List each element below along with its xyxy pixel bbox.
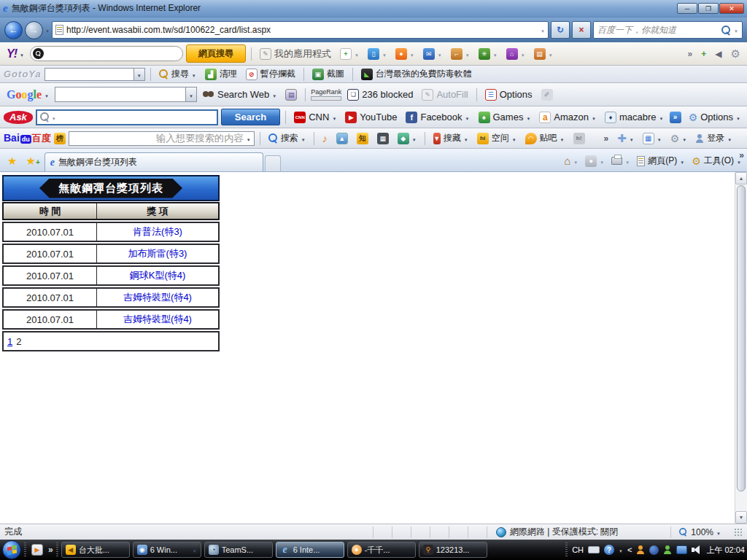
- ask-search-input[interactable]: [58, 112, 214, 122]
- search-icon[interactable]: [721, 26, 731, 35]
- yahoo-logo-button[interactable]: Y!: [4, 46, 27, 62]
- dropdown-icon[interactable]: [727, 133, 732, 144]
- maximize-button[interactable]: ❐: [698, 3, 719, 14]
- dropdown-icon[interactable]: [512, 133, 516, 144]
- google-logo-dropdown-icon[interactable]: [44, 90, 49, 100]
- dropdown-icon[interactable]: [526, 112, 530, 122]
- google-news-button[interactable]: ▤: [282, 88, 300, 102]
- yahoo-logo-dropdown-icon[interactable]: [20, 49, 24, 59]
- taskbar-button-5[interactable]: ● -千千...: [347, 542, 416, 558]
- baidu-video-button[interactable]: ▦: [374, 131, 392, 146]
- gotoya-antivirus-link[interactable]: ◣ 台灣最強的免費防毒軟體: [358, 66, 475, 82]
- dropdown-icon[interactable]: [625, 156, 630, 166]
- cnn-button[interactable]: CNN CNN: [291, 110, 339, 125]
- keyboard-icon[interactable]: [588, 546, 600, 553]
- dropdown-icon[interactable]: [573, 156, 578, 166]
- dropdown-icon[interactable]: [355, 49, 359, 59]
- history-dropdown-icon[interactable]: [45, 25, 50, 35]
- search-scope-dropdown-icon[interactable]: [52, 112, 56, 122]
- status-orb-icon[interactable]: [649, 545, 659, 555]
- baidu-favorites-button[interactable]: ▼ 搜藏: [430, 131, 471, 146]
- baidu-tieba-button[interactable]: ◠ 贴吧: [522, 131, 568, 146]
- ask-search-button[interactable]: Search: [221, 109, 280, 125]
- google-popup-blocker-button[interactable]: ❏ 236 blocked: [344, 88, 416, 102]
- gotoya-clean-button[interactable]: ▟ 清理: [202, 66, 240, 82]
- amazon-button[interactable]: a Amazon: [536, 110, 599, 125]
- dropdown-icon[interactable]: [736, 112, 740, 122]
- google-logo-button[interactable]: Google: [4, 87, 52, 103]
- baidu-login-button[interactable]: 登录: [692, 131, 735, 146]
- dropdown-icon[interactable]: [560, 133, 565, 144]
- scroll-down-icon[interactable]: ▼: [735, 511, 747, 524]
- clock[interactable]: 上午 02:04: [706, 545, 745, 556]
- dropdown-icon[interactable]: [465, 112, 470, 122]
- google-options-button[interactable]: ☰ Options: [482, 88, 535, 102]
- yahoo-bookmark-add-button[interactable]: +: [337, 47, 362, 61]
- baidu-search-button[interactable]: 搜索: [266, 131, 309, 146]
- tray-grip[interactable]: [565, 542, 568, 557]
- tools-menu-button[interactable]: ⚙工具(O): [689, 153, 744, 168]
- scrollbar-thumb[interactable]: [737, 185, 746, 491]
- yahoo-overflow-button[interactable]: [685, 47, 696, 61]
- dropdown-icon[interactable]: [412, 133, 417, 144]
- baidu-logo[interactable]: Bai du 百度: [4, 132, 51, 145]
- search-dropdown-icon[interactable]: [734, 25, 738, 35]
- dropdown-icon[interactable]: [192, 69, 196, 79]
- address-dropdown-icon[interactable]: [541, 25, 545, 35]
- dropdown-icon[interactable]: [464, 133, 468, 144]
- tray-collapse-icon[interactable]: <: [627, 545, 632, 554]
- help-icon[interactable]: [604, 545, 614, 555]
- stop-button[interactable]: ×: [572, 21, 591, 39]
- refresh-button[interactable]: ↻: [551, 21, 570, 39]
- scroll-up-icon[interactable]: ▲: [735, 172, 747, 184]
- taskbar-button-1[interactable]: ◀ 台大批...: [61, 542, 130, 558]
- quicklaunch-overflow-icon[interactable]: [48, 545, 53, 555]
- baidu-grid-button[interactable]: ▦: [640, 131, 665, 146]
- taskband-grip[interactable]: [56, 542, 58, 557]
- dropdown-icon[interactable]: [332, 112, 336, 122]
- gotoya-search-input[interactable]: [45, 69, 133, 79]
- dropdown-icon[interactable]: [630, 133, 634, 144]
- yahoo-auctions-button[interactable]: ⌐: [448, 47, 473, 61]
- taskbar-button-3[interactable]: ◔ TeamS...: [204, 542, 273, 558]
- dropdown-icon[interactable]: [657, 133, 662, 144]
- yahoo-contacts-button[interactable]: ▤: [531, 47, 556, 61]
- dropdown-icon[interactable]: [600, 156, 604, 166]
- baidu-search-input[interactable]: [72, 133, 244, 144]
- start-button[interactable]: [2, 540, 21, 559]
- online-contact-icon[interactable]: [663, 545, 672, 554]
- add-favorite-icon[interactable]: ★+: [21, 155, 44, 171]
- yahoo-websearch-button[interactable]: 網頁搜尋: [186, 44, 246, 63]
- ask-overflow-button[interactable]: »: [670, 112, 681, 123]
- language-indicator[interactable]: CH: [572, 545, 584, 554]
- tab-active[interactable]: e 無敵鋼彈台獎項列表: [44, 152, 263, 171]
- yahoo-answers-button[interactable]: ✳: [476, 47, 500, 61]
- baidu-image-button[interactable]: ▲: [333, 131, 351, 146]
- close-button[interactable]: ✕: [719, 3, 744, 14]
- baidu-settings-button[interactable]: ⚙: [667, 131, 690, 146]
- home-button[interactable]: ⌂: [561, 154, 581, 168]
- dropdown-icon[interactable]: [549, 49, 553, 59]
- taskbar-button-2[interactable]: ◉ 6 Win...: [133, 542, 201, 558]
- messenger-icon[interactable]: [636, 545, 645, 554]
- dropdown-icon[interactable]: [301, 133, 306, 144]
- yahoo-mail-button[interactable]: ✉: [420, 47, 445, 61]
- gotoya-search-box[interactable]: [44, 68, 145, 81]
- page-1-link[interactable]: 1: [7, 336, 12, 347]
- games-button[interactable]: ♠ Games: [476, 110, 534, 125]
- dropdown-icon[interactable]: [493, 49, 498, 59]
- zoom-control[interactable]: 100%: [670, 526, 728, 538]
- dropdown-icon[interactable]: [410, 49, 414, 59]
- forward-button[interactable]: →: [25, 21, 43, 39]
- gotoya-pause-block-button[interactable]: ⊘ 暫停攔截: [243, 66, 298, 82]
- search-box[interactable]: [593, 21, 743, 39]
- dropdown-icon[interactable]: [682, 133, 686, 144]
- zoom-dropdown-icon[interactable]: [716, 527, 721, 537]
- baidu-board-icon[interactable]: 榜: [54, 133, 66, 144]
- baidu-search-box[interactable]: [69, 131, 255, 146]
- yahoo-search-input[interactable]: [47, 48, 180, 59]
- baidu-space-button[interactable]: hi 空间: [474, 131, 519, 146]
- ask-options-button[interactable]: ⚙ Options: [686, 110, 743, 125]
- dropdown-icon[interactable]: [592, 112, 596, 122]
- facebook-button[interactable]: f Facebook: [403, 110, 472, 125]
